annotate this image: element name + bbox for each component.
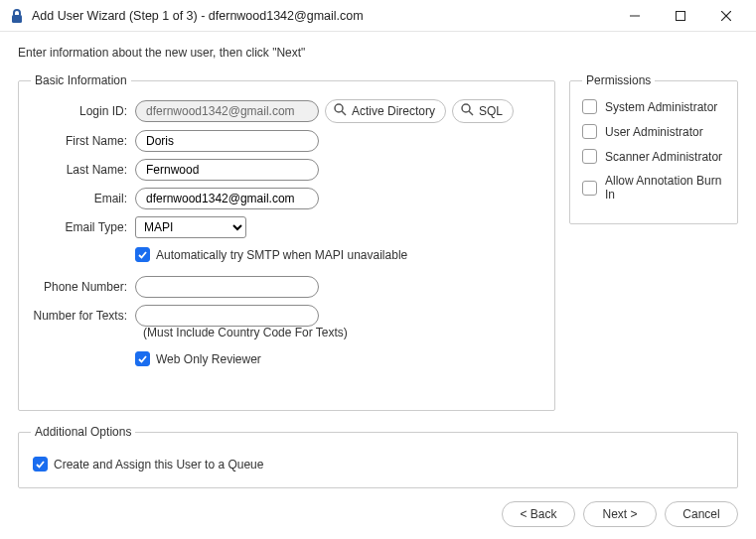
assign-queue-label: Create and Assign this User to a Queue	[54, 458, 263, 472]
next-button[interactable]: Next >	[583, 501, 657, 527]
allow-annotation-burn-in-label: Allow Annotation Burn In	[605, 174, 725, 202]
login-id-label: Login ID:	[31, 104, 135, 118]
sql-button[interactable]: SQL	[452, 99, 514, 123]
assign-queue-checkbox[interactable]	[33, 457, 48, 472]
cancel-button[interactable]: Cancel	[665, 501, 738, 527]
permissions-legend: Permissions	[582, 73, 655, 87]
email-label: Email:	[31, 192, 135, 205]
user-administrator-checkbox[interactable]	[582, 124, 597, 139]
additional-options-group: Additional Options Create and Assign thi…	[18, 425, 738, 488]
texts-input[interactable]	[135, 305, 319, 327]
smtp-fallback-label: Automatically try SMTP when MAPI unavail…	[156, 248, 407, 262]
svg-rect-0	[12, 15, 22, 23]
svg-line-6	[342, 111, 346, 115]
search-icon	[334, 103, 347, 119]
system-administrator-checkbox[interactable]	[582, 99, 597, 114]
phone-input[interactable]	[135, 276, 319, 298]
first-name-input[interactable]	[135, 130, 319, 152]
window-title: Add User Wizard (Step 1 of 3) - dfernwoo…	[32, 9, 364, 23]
first-name-label: First Name:	[31, 134, 135, 148]
lock-icon	[10, 8, 24, 24]
svg-line-8	[469, 111, 473, 115]
login-id-input[interactable]	[135, 100, 319, 122]
texts-note: (Must Include Country Code For Texts)	[143, 326, 542, 339]
basic-information-legend: Basic Information	[31, 73, 131, 87]
additional-options-legend: Additional Options	[31, 425, 135, 439]
permissions-group: Permissions System Administrator User Ad…	[569, 73, 738, 224]
scanner-administrator-checkbox[interactable]	[582, 149, 597, 164]
sql-label: SQL	[479, 104, 503, 118]
search-icon	[461, 103, 474, 119]
email-input[interactable]	[135, 188, 319, 209]
email-type-label: Email Type:	[31, 220, 135, 234]
minimize-button[interactable]	[613, 2, 657, 30]
basic-information-group: Basic Information Login ID: Active Direc…	[18, 73, 555, 411]
active-directory-button[interactable]: Active Directory	[325, 99, 446, 123]
last-name-input[interactable]	[135, 159, 319, 181]
back-button[interactable]: < Back	[502, 501, 575, 527]
web-only-reviewer-label: Web Only Reviewer	[156, 352, 261, 366]
svg-rect-2	[677, 11, 685, 20]
allow-annotation-burn-in-checkbox[interactable]	[582, 181, 597, 196]
active-directory-label: Active Directory	[352, 104, 435, 118]
system-administrator-label: System Administrator	[605, 100, 717, 114]
smtp-fallback-checkbox[interactable]	[135, 247, 150, 262]
texts-label: Number for Texts:	[31, 309, 135, 323]
email-type-select[interactable]: MAPI	[135, 216, 246, 238]
svg-point-7	[462, 104, 470, 112]
svg-point-5	[335, 104, 343, 112]
title-bar: Add User Wizard (Step 1 of 3) - dfernwoo…	[0, 0, 756, 32]
maximize-button[interactable]	[659, 2, 702, 30]
last-name-label: Last Name:	[31, 163, 135, 177]
web-only-reviewer-checkbox[interactable]	[135, 351, 150, 366]
close-button[interactable]	[704, 2, 748, 30]
user-administrator-label: User Administrator	[605, 125, 703, 139]
instruction-text: Enter information about the new user, th…	[18, 46, 738, 60]
phone-label: Phone Number:	[31, 280, 135, 294]
scanner-administrator-label: Scanner Administrator	[605, 150, 722, 164]
